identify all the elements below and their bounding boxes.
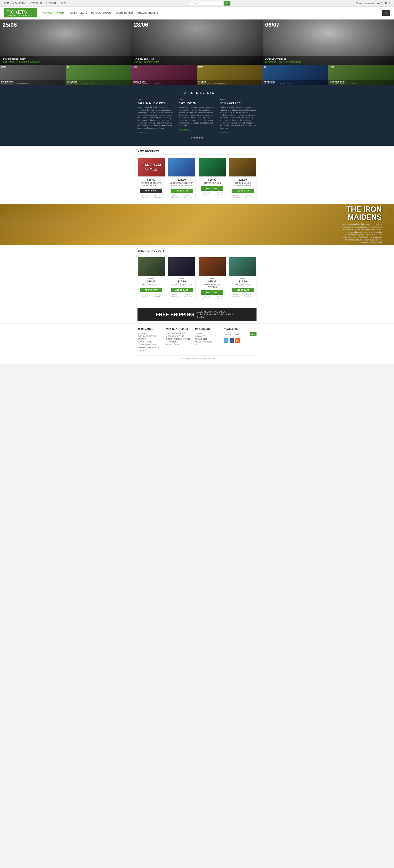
special-wishlist-4[interactable]: ADD TO WISHLIST <box>231 293 242 297</box>
compare-link-4[interactable]: ADD TO COMPARE <box>243 194 255 198</box>
nav-checkout[interactable]: CHECKOUT <box>44 2 56 4</box>
add-to-cart-btn-3[interactable]: ADD TO CART <box>201 186 223 191</box>
read-more-2[interactable]: READ MORE <box>179 129 190 131</box>
product-info-3: $25.89 CTETUR ADIPISCIN ADD TO CART ADD … <box>199 177 226 197</box>
facebook-icon[interactable]: f <box>230 338 234 343</box>
footer-advanced-search[interactable]: ADVANCED SEARCH <box>138 344 162 346</box>
wishlist-link-1[interactable]: ADD TO WISHLIST <box>139 194 150 198</box>
newsletter-email-input[interactable] <box>224 332 250 336</box>
special-add-to-cart-btn-4[interactable]: ADD TO CART <box>232 288 254 292</box>
compare-link-3[interactable]: ADD TO COMPARE <box>213 192 225 195</box>
wishlist-link-3[interactable]: ADD TO WISHLIST <box>200 192 212 195</box>
compare-link-2[interactable]: ADD TO COMPARE <box>182 194 194 198</box>
special-add-to-cart-btn-3[interactable]: ADD TO CART <box>201 290 223 295</box>
footer-orders-returns[interactable]: ORDERS AND RETURNS <box>138 347 162 349</box>
special-compare-4[interactable]: ADD TO COMPARE <box>243 293 255 297</box>
dot-3[interactable] <box>196 137 198 138</box>
footer-information-title: INFORMATION <box>138 328 162 330</box>
nav-family-tickets[interactable]: FAMILY TICKETS <box>69 11 87 15</box>
read-more-3[interactable]: READ MORE <box>219 131 231 133</box>
footer-sign-in[interactable]: SIGN IN <box>195 332 220 334</box>
nav-concert-tickets[interactable]: CONCERT TICKETS <box>43 11 65 15</box>
featured-event-text-1: Fusce pretium dui non ligula pulvinar, c… <box>138 106 175 129</box>
cart-button[interactable]: 🛒 <box>382 10 390 16</box>
footer-view-cart[interactable]: VIEW CART <box>195 335 220 337</box>
footer-help[interactable]: HELP <box>195 344 220 346</box>
nav-popular-shows[interactable]: POPULAR SHOWS <box>91 11 112 15</box>
product-info-2: $25.89 LOREM IPSUM DOLOR SIT AMET CONSEI… <box>168 177 195 199</box>
footer-col-newsletter: NEWSLETTER GO! t f rss <box>224 328 256 352</box>
dot-1[interactable] <box>191 137 192 138</box>
special-compare-3[interactable]: ADD TO COMPARE <box>213 296 225 300</box>
rss-icon[interactable]: rss <box>235 338 240 343</box>
nav-my-account[interactable]: MY ACCOUNT <box>13 2 27 4</box>
special-wishlist-3[interactable]: ADD TO WISHLIST <box>200 296 212 300</box>
mini-event-3[interactable]: 16/07 CONSE IDIDUN EXCEPTEUR SINT OCCAEC… <box>131 65 197 85</box>
mini-event-6[interactable]: 07/08 EXCEPTEUR SINT EXCEPTEUR SINT OCCA… <box>328 65 394 85</box>
mini-event-4[interactable]: 28/07 CTETUR EXCEPTEUR SINT OCCAECAT CUP… <box>197 65 263 85</box>
mini-title-2: DOLOR SIT <box>67 81 130 83</box>
newsletter-go-button[interactable]: GO! <box>250 332 256 336</box>
product-image-4 <box>229 158 256 177</box>
footer-site-map[interactable]: SITE MAP <box>138 338 162 340</box>
logo[interactable]: TICKETS THE BIGGEST CHOICE ON THE WEB <box>4 8 37 18</box>
add-to-cart-btn-1[interactable]: ADD TO CART <box>140 189 162 193</box>
footer-affiliates[interactable]: AFFILIATES <box>166 341 191 343</box>
hero-overlay-3: CONSE CTETUR LOREM IPSUM DOLOR SIT AMET … <box>263 56 394 65</box>
footer-group-sales[interactable]: GROUP SALES <box>166 344 191 346</box>
twitter-icon[interactable]: t <box>224 338 229 343</box>
add-to-cart-btn-4[interactable]: ADD TO CART <box>232 189 254 193</box>
nav-login[interactable]: LOG IN <box>59 2 65 4</box>
product-name-3: CTETUR ADIPISCIN <box>200 182 225 184</box>
special-compare-1[interactable]: ADD TO COMPARE <box>152 293 163 297</box>
special-name-3: EU FUGIAT NULLA PARIATUR <box>200 284 225 288</box>
dot-4[interactable] <box>199 137 201 138</box>
read-more-1[interactable]: READ MORE <box>138 131 149 133</box>
currency-selector[interactable]: $ <box>389 2 390 4</box>
hero-slide-2[interactable]: 28/06 LOREM IPSUMS SINT OCCAECAT CUPIDAT… <box>131 20 263 65</box>
lang-selector[interactable]: EN <box>384 2 387 4</box>
add-to-cart-btn-2[interactable]: ADD TO CART <box>171 189 193 193</box>
special-compare-2[interactable]: ADD TO COMPARE <box>182 293 194 297</box>
wishlist-link-4[interactable]: ADD TO WISHLIST <box>231 194 242 198</box>
footer-international-shipping[interactable]: INTERNATIONAL SHIPPING <box>166 338 191 340</box>
nav-sport-tickets[interactable]: SPORT TICKETS <box>116 11 133 15</box>
nav-theater-tickets[interactable]: THEATER TICKETS <box>138 11 158 15</box>
hero-slide-3[interactable]: 06/07 CONSE CTETUR LOREM IPSUM DOLOR SIT… <box>263 20 394 65</box>
search-bar: 🔍 <box>191 1 231 5</box>
footer-search-terms[interactable]: SEARCH TERMS <box>138 341 162 343</box>
special-add-to-cart-btn-1[interactable]: ADD TO CART <box>140 288 162 292</box>
new-products-title: NEW PRODUCTS <box>138 150 256 155</box>
footer-track-order[interactable]: TRACK MY ORDER <box>195 341 220 343</box>
special-wishlist-1[interactable]: ADD TO WISHLIST <box>139 293 150 297</box>
search-input[interactable] <box>191 1 224 5</box>
nav-home[interactable]: HOME <box>4 2 10 4</box>
footer-contact[interactable]: CONTACT <box>138 349 162 351</box>
mini-subtitle-6: EXCEPTEUR SINT OCCAECAT CUPIDATAT <box>330 83 393 84</box>
featured-date-3: 09/08 <box>219 98 256 101</box>
wishlist-link-2[interactable]: ADD TO WISHLIST <box>170 194 181 198</box>
compare-link-1[interactable]: ADD TO COMPARE <box>152 194 163 198</box>
mini-event-1[interactable]: 15/06 LOREM IPSUM EXCEPTEUR SINT OCCAECA… <box>0 65 66 85</box>
special-products-title: SPECIAL PRODUCTS <box>138 249 256 254</box>
dot-5[interactable] <box>202 137 203 138</box>
search-button[interactable]: 🔍 <box>224 1 231 5</box>
mini-event-5[interactable]: 03/08 ADIPISICING EXCEPTEUR SINT OCCAECA… <box>263 65 328 85</box>
dot-2[interactable] <box>193 137 195 138</box>
footer-about[interactable]: ABOUT US <box>138 332 162 334</box>
footer-my-wishlist[interactable]: MY WISHLIST <box>195 338 220 340</box>
footer-customer-service[interactable]: CUSTOMER SERVICE <box>138 335 162 337</box>
special-product-links-1: ADD TO WISHLIST ADD TO COMPARE <box>139 293 163 297</box>
footer-col-information: INFORMATION ABOUT US CUSTOMER SERVICE SI… <box>138 328 162 352</box>
nav-wishlist[interactable]: MY WISHLIST <box>29 2 42 4</box>
mini-overlay-3: CONSE IDIDUN EXCEPTEUR SINT OCCAECAT CUP… <box>131 80 197 85</box>
mini-event-2[interactable]: 25/06 DOLOR SIT EXCEPTEUR SINT OCCAECAT … <box>66 65 131 85</box>
logo-title: TICKETS <box>6 9 35 15</box>
hero-slide-1[interactable]: 25/06 EXCEPTEUR SINT EXCEPTEUR SINT OCCA… <box>0 20 131 65</box>
footer-shipping-returns[interactable]: SHIPPING & RETURNS <box>166 332 191 334</box>
footer-secure-shopping[interactable]: SECURE SHOPPING <box>166 335 191 337</box>
special-add-to-cart-btn-2[interactable]: ADD TO CART <box>171 288 193 292</box>
product-card-1: GANGNAMSTYLE $25.89 AUTE IRURE DOLOR IN … <box>138 158 165 200</box>
special-wishlist-2[interactable]: ADD TO WISHLIST <box>170 293 181 297</box>
featured-event-text-2: Aenean pretium a arcu sit amet congue. S… <box>179 106 215 127</box>
